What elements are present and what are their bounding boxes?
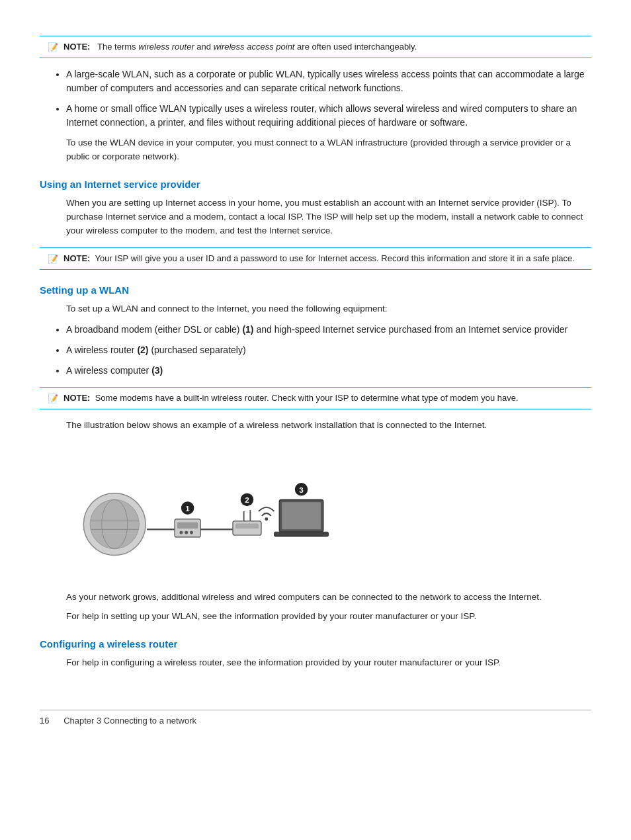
note-icon-wlan: 📝 — [48, 394, 58, 403]
note-icon: 📝 — [48, 42, 58, 52]
svg-point-9 — [185, 531, 188, 534]
wlan-note-box: 📝 NOTE: Some modems have a built-in wire… — [40, 387, 591, 409]
svg-rect-7 — [177, 523, 198, 529]
page-footer: 16 Chapter 3 Connecting to a network — [40, 710, 591, 726]
list-item: A wireless router (2) (purchased separat… — [66, 343, 591, 357]
wlan-type-list: A large-scale WLAN, such as a corporate … — [66, 67, 591, 130]
diagram-caption-1: The illustration below shows an example … — [66, 419, 591, 433]
note-icon-isp: 📝 — [48, 254, 58, 264]
network-diagram-svg: 1 2 3 — [66, 445, 344, 577]
wlan-setup-intro: To set up a WLAN and connect to the Inte… — [66, 302, 591, 316]
svg-text:1: 1 — [185, 504, 190, 513]
svg-point-16 — [265, 518, 268, 521]
router-config-para: For help in configuring a wireless route… — [66, 656, 591, 670]
isp-note-label: NOTE: — [63, 253, 90, 263]
svg-point-8 — [179, 531, 183, 534]
wlan-intro-para: To use the WLAN device in your computer,… — [66, 136, 591, 164]
wlan-note-text: NOTE: Some modems have a built-in wirele… — [63, 393, 519, 403]
isp-note-text: NOTE: Your ISP will give you a user ID a… — [63, 253, 575, 263]
list-item: A wireless computer (3) — [66, 364, 591, 378]
list-item: A broadband modem (either DSL or cable) … — [66, 323, 591, 337]
list-item: A home or small office WLAN typically us… — [66, 102, 591, 130]
svg-point-10 — [190, 531, 193, 534]
top-note-label: NOTE: — [63, 42, 90, 52]
svg-rect-19 — [274, 532, 329, 537]
footer-chapter: Chapter 3 Connecting to a network — [63, 716, 196, 726]
footer-page-num: 16 — [40, 716, 49, 726]
isp-note-box: 📝 NOTE: Your ISP will give you a user ID… — [40, 247, 591, 270]
section-isp-heading: Using an Internet service provider — [40, 179, 591, 190]
svg-point-1 — [90, 500, 139, 549]
svg-rect-18 — [282, 503, 321, 530]
svg-text:3: 3 — [299, 485, 304, 494]
wlan-equipment-list: A broadband modem (either DSL or cable) … — [66, 323, 591, 378]
list-item: A large-scale WLAN, such as a corporate … — [66, 67, 591, 95]
diagram-caption-3: For help in setting up your WLAN, see th… — [66, 610, 591, 624]
section-wlan-heading: Setting up a WLAN — [40, 284, 591, 296]
network-diagram: 1 2 3 — [66, 445, 344, 577]
wlan-note-label: NOTE: — [63, 393, 90, 403]
diagram-caption-2: As your network grows, additional wirele… — [66, 591, 591, 605]
svg-text:2: 2 — [245, 496, 249, 505]
top-note-text: NOTE: The terms wireless router and wire… — [63, 42, 417, 52]
isp-para: When you are setting up Internet access … — [66, 196, 591, 238]
section-router-heading: Configuring a wireless router — [40, 638, 591, 650]
top-note-box: 📝 NOTE: The terms wireless router and wi… — [40, 36, 591, 58]
svg-rect-13 — [235, 524, 259, 529]
